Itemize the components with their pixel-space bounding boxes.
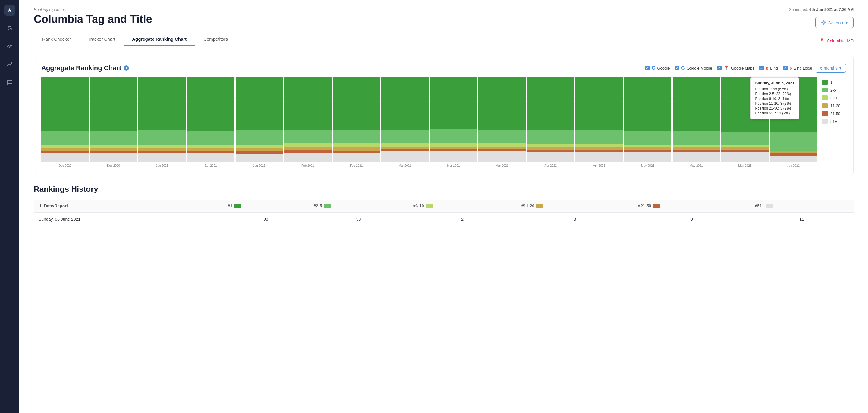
bar-segment [236, 154, 283, 162]
rankings-table: ⬆ Date/Report #1 #2-5 [34, 200, 854, 226]
bar-col[interactable] [333, 77, 380, 162]
bar-segment [187, 145, 234, 148]
bar-segment [90, 151, 137, 153]
bar-col[interactable] [138, 77, 186, 162]
th-51-badge: #51+ [755, 204, 774, 208]
engine-google-maps[interactable]: 📍 Google Maps [717, 65, 754, 71]
bar-segment [381, 130, 429, 143]
legend-label: 6-10 [830, 96, 838, 100]
bar-segment [624, 152, 672, 162]
engine-bing-local[interactable]: b Bing Local [783, 66, 812, 71]
bar-segment [236, 77, 283, 130]
bar-col[interactable] [673, 77, 720, 162]
bar-segment [624, 77, 672, 131]
gear-icon [821, 20, 826, 25]
actions-label: Actions [828, 20, 843, 25]
bar-col[interactable] [41, 77, 89, 162]
google-maps-checkbox[interactable] [717, 66, 722, 70]
rank-badge-2150 [653, 204, 660, 208]
bar-label: Jan 2021 [187, 164, 234, 167]
bing-local-checkbox[interactable] [783, 66, 787, 70]
bar-label: Feb 2021 [284, 164, 332, 167]
bar-col[interactable] [430, 77, 477, 162]
period-button[interactable]: 6 months ▾ [815, 64, 846, 73]
google-label: Google [657, 66, 670, 70]
th-1-label: #1 [228, 204, 233, 208]
bar-col[interactable] [527, 77, 574, 162]
cell-r1: 98 [223, 212, 309, 226]
table-header-row: ⬆ Date/Report #1 #2-5 [34, 200, 854, 212]
th-1-badge: #1 [228, 204, 242, 208]
sort-icon[interactable]: ⬆ [38, 204, 42, 208]
engine-google-mobile[interactable]: G Google Mobile [675, 65, 712, 71]
bar-segment [673, 131, 720, 145]
cell-r25: 33 [309, 212, 408, 226]
bar-segment [284, 153, 332, 162]
title-area: Ranking report for: Columbia Tag and Tit… [34, 7, 152, 30]
bar-col[interactable] [236, 77, 283, 162]
th-date: ⬆ Date/Report [34, 200, 223, 212]
bar-segment [236, 151, 283, 154]
bar-segment [333, 130, 380, 143]
legend-item: 21-50 [822, 111, 846, 116]
th-51-label: #51+ [755, 204, 765, 208]
bar-segment [624, 150, 672, 152]
bar-col[interactable] [90, 77, 137, 162]
engine-bing[interactable]: b Bing [759, 66, 778, 71]
google-mobile-checkbox[interactable] [675, 66, 679, 70]
bar-label: Apr 2021 [527, 164, 574, 167]
bar-col[interactable] [187, 77, 234, 162]
main-content: Ranking report for: Columbia Tag and Tit… [19, 0, 868, 413]
bar-segment [333, 77, 380, 130]
th-1120: #11-20 [517, 200, 633, 212]
bar-segment [138, 145, 186, 148]
bar-segment [527, 130, 574, 144]
bar-chart-area: Dec 2020Dec 2020Jan 2021Jan 2021Jan 2021… [41, 77, 817, 167]
bar-segment [236, 148, 283, 151]
bar-col[interactable] [721, 77, 769, 162]
bar-segment [624, 147, 672, 149]
google-mobile-logo: G [681, 65, 685, 71]
legend-item: 2-5 [822, 88, 846, 93]
bar-col[interactable] [624, 77, 672, 162]
bar-segment [187, 131, 234, 145]
bing-checkbox[interactable] [759, 66, 764, 70]
tab-competitors[interactable]: Competitors [195, 33, 236, 46]
bar-col[interactable] [770, 77, 817, 162]
th-1: #1 [223, 200, 309, 212]
bar-col[interactable] [478, 77, 526, 162]
sidebar-icon-trending[interactable] [4, 59, 15, 70]
tab-tracker-chart[interactable]: Tracker Chart [79, 33, 124, 46]
actions-button[interactable]: Actions ▾ [815, 17, 854, 28]
table-head: ⬆ Date/Report #1 #2-5 [34, 200, 854, 212]
bar-segment [430, 147, 477, 149]
bar-chart-wrapper: Dec 2020Dec 2020Jan 2021Jan 2021Jan 2021… [41, 77, 846, 167]
bar-segment [138, 130, 186, 145]
tab-aggregate-ranking-chart[interactable]: Aggregate Ranking Chart [124, 33, 195, 46]
bar-col[interactable] [284, 77, 332, 162]
legend-label: 51+ [830, 119, 837, 124]
bar-label: Apr 2021 [575, 164, 623, 167]
bar-segment [187, 148, 234, 150]
bar-segment [333, 153, 380, 162]
header-top: Ranking report for: Columbia Tag and Tit… [34, 7, 854, 30]
bar-segment [575, 150, 623, 152]
chart-section: Aggregate Ranking Chart i G Google [34, 56, 854, 175]
tab-rank-checker[interactable]: Rank Checker [34, 33, 79, 46]
bar-col[interactable] [381, 77, 429, 162]
info-icon[interactable]: i [124, 65, 129, 71]
sidebar-icon-chat[interactable] [4, 77, 15, 88]
bar-segment [41, 148, 89, 150]
bar-segment [527, 144, 574, 147]
bar-label: Mar 2021 [381, 164, 429, 167]
th-date-badge: ⬆ Date/Report [38, 204, 68, 208]
chart-controls: G Google G Google Mobile 📍 [645, 64, 846, 73]
legend-item: 11-20 [822, 103, 846, 108]
sidebar-icon-star[interactable]: ★ [4, 5, 15, 16]
th-2150-label: #21-50 [638, 204, 651, 208]
engine-google[interactable]: G Google [645, 65, 670, 71]
sidebar-icon-g[interactable]: G [4, 23, 15, 34]
google-checkbox[interactable] [645, 66, 650, 70]
sidebar-icon-pulse[interactable] [4, 41, 15, 52]
bar-col[interactable] [575, 77, 623, 162]
